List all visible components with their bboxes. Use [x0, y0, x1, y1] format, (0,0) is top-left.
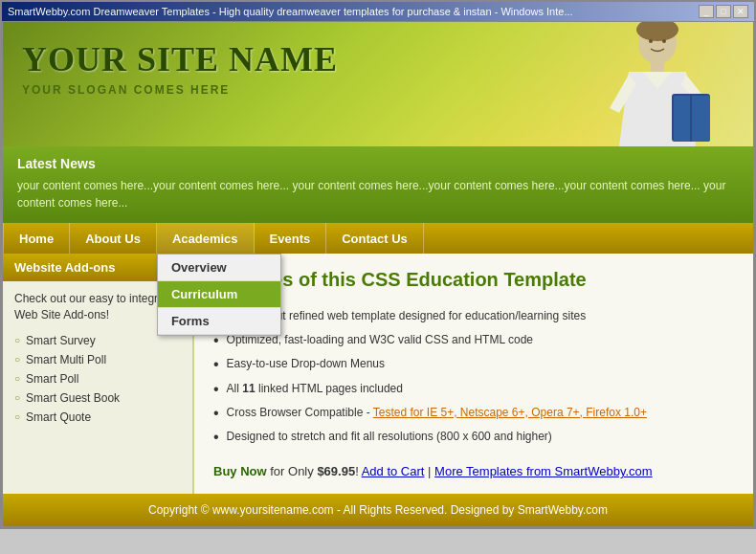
list-item: Optimized, fast-loading and W3C valid CS…	[213, 328, 734, 352]
price-prefix: for Only	[270, 464, 317, 478]
features-list: A Clean-cut refined web template designe…	[213, 304, 734, 449]
main-content: Website Add-ons Check out our easy to in…	[3, 254, 753, 494]
feature-4: All 11 linked HTML pages included	[227, 380, 403, 397]
window-title: SmartWebby.com Dreamweaver Templates - H…	[8, 6, 573, 17]
nav-academics-label: Academics	[172, 232, 238, 246]
add-to-cart-link[interactable]: Add to Cart	[362, 464, 425, 478]
list-item: Smart Survey	[14, 331, 181, 350]
window-controls: _ □ ✕	[699, 5, 748, 18]
list-item: A Clean-cut refined web template designe…	[213, 304, 734, 328]
minimize-button[interactable]: _	[699, 5, 714, 18]
dropdown-overview[interactable]: Overview	[158, 255, 280, 281]
list-item: Easy-to-use Drop-down Menus	[213, 352, 734, 376]
dropdown-curriculum[interactable]: Curriculum	[158, 281, 280, 308]
sidebar-link-quote[interactable]: Smart Quote	[26, 410, 91, 424]
site-header: Your Site Name Your Slogan Comes Here	[3, 22, 753, 146]
list-item: Smart Multi Poll	[14, 350, 181, 369]
news-content: your content comes here...your content c…	[17, 177, 739, 211]
list-item: Smart Poll	[14, 369, 181, 388]
close-button[interactable]: ✕	[733, 5, 748, 18]
feature-3: Easy-to-use Drop-down Menus	[227, 355, 385, 372]
dropdown-forms[interactable]: Forms	[158, 308, 280, 335]
site-footer: Copyright © www.yoursitename.com - All R…	[3, 494, 753, 526]
maximize-button[interactable]: □	[716, 5, 731, 18]
content-title: Features of this CSS Education Template	[213, 269, 734, 291]
feature-6: Designed to stretch and fit all resoluti…	[227, 428, 552, 445]
sidebar-link-survey[interactable]: Smart Survey	[26, 334, 96, 347]
sidebar-link-guestbook[interactable]: Smart Guest Book	[26, 391, 120, 405]
list-item: Smart Guest Book	[14, 388, 181, 408]
buy-section: Buy Now for Only $69.95! Add to Cart | M…	[213, 464, 734, 478]
nav-home[interactable]: Home	[3, 223, 70, 254]
nav-about[interactable]: About Us	[70, 223, 157, 254]
title-bar: SmartWebby.com Dreamweaver Templates - H…	[2, 2, 754, 21]
site-wrapper: Your Site Name Your Slogan Comes Here	[2, 21, 754, 527]
window-chrome: SmartWebby.com Dreamweaver Templates - H…	[0, 0, 756, 529]
list-item: Smart Quote	[14, 408, 181, 427]
site-title-block: Your Site Name Your Slogan Comes Here	[22, 39, 338, 97]
sidebar-link-multipoll[interactable]: Smart Multi Poll	[26, 353, 106, 366]
sidebar-links: Smart Survey Smart Multi Poll Smart Poll…	[14, 331, 181, 427]
header-illustration	[447, 22, 753, 146]
separator: |	[428, 464, 431, 478]
compat-link[interactable]: Tested for IE 5+, Netscape 6+, Opera 7+,…	[373, 406, 647, 419]
buy-now-link[interactable]: Buy Now	[213, 464, 267, 478]
svg-point-7	[649, 39, 653, 43]
list-item: Cross Browser Compatible - Tested for IE…	[213, 401, 734, 425]
nav-events[interactable]: Events	[255, 223, 327, 254]
sidebar-link-poll[interactable]: Smart Poll	[26, 372, 78, 386]
sidebar-description: Check out our easy to integrate Web Site…	[14, 291, 181, 323]
feature-5: Cross Browser Compatible - Tested for IE…	[227, 404, 647, 421]
price-suffix: !	[355, 464, 359, 478]
list-item: All 11 linked HTML pages included	[213, 377, 734, 401]
more-templates-link[interactable]: More Templates from SmartWebby.com	[434, 464, 653, 478]
list-item: Designed to stretch and fit all resoluti…	[213, 425, 734, 449]
news-bar: Latest News your content comes here...yo…	[3, 146, 753, 223]
price: $69.95	[317, 464, 355, 478]
svg-rect-2	[651, 60, 664, 72]
nav-academics[interactable]: Academics Overview Curriculum Forms	[157, 223, 255, 254]
academics-dropdown: Overview Curriculum Forms	[157, 254, 281, 336]
news-title: Latest News	[17, 156, 739, 171]
site-slogan: Your Slogan Comes Here	[22, 83, 338, 97]
site-title: Your Site Name	[22, 39, 338, 79]
nav-bar: Home About Us Academics Overview Curricu…	[3, 223, 753, 254]
person-illustration	[447, 22, 753, 146]
nav-contact[interactable]: Contact Us	[326, 223, 424, 254]
footer-text: Copyright © www.yoursitename.com - All R…	[148, 503, 608, 517]
svg-point-8	[662, 39, 666, 43]
